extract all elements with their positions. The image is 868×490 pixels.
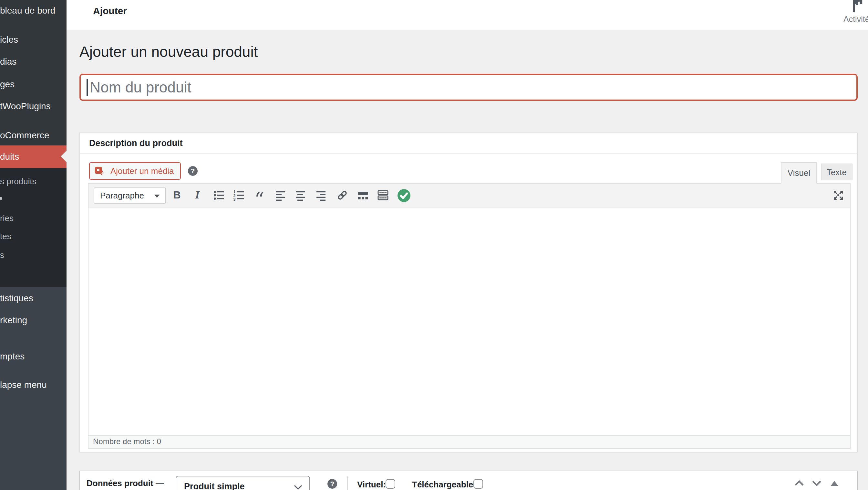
keyboard-icon	[376, 189, 390, 202]
text-cursor	[87, 79, 88, 96]
sidebar-item-collapse-menu[interactable]: lapse menu	[0, 378, 66, 391]
sidebar-item-accounts[interactable]: mptes	[0, 350, 66, 363]
product-data-title: Données produit	[87, 478, 153, 488]
help-icon[interactable]: ?	[188, 166, 197, 176]
tab-text[interactable]: Texte	[821, 164, 852, 180]
product-name-field-wrap	[80, 74, 858, 101]
tab-visual[interactable]: Visuel	[781, 162, 817, 183]
fullscreen-button[interactable]	[831, 188, 846, 203]
spellcheck-button[interactable]	[396, 188, 412, 203]
downloadable-checkbox[interactable]	[473, 479, 483, 488]
media-icon: ♪	[95, 166, 106, 176]
paragraph-format-select[interactable]: Paragraphe	[94, 187, 166, 203]
product-data-panel: Données produit — Produit simple ? Virtu…	[80, 470, 858, 490]
downloadable-label: Téléchargeable:	[412, 479, 476, 489]
submenu-item-add-fragment[interactable]	[0, 197, 2, 200]
align-center-button[interactable]	[292, 188, 308, 203]
sidebar-item-wooplugins[interactable]: tWooPlugins	[0, 99, 66, 113]
submenu-item-tags[interactable]: tes	[0, 230, 66, 243]
bullet-list-button[interactable]	[211, 188, 226, 203]
virtual-label: Virtuel:	[357, 479, 386, 489]
select-chevron-icon	[294, 485, 302, 490]
align-left-button[interactable]	[272, 188, 288, 203]
word-count: Nombre de mots : 0	[93, 437, 161, 446]
page-title: Ajouter un nouveau produit	[80, 43, 258, 61]
bullet-list-icon	[212, 189, 225, 202]
divider	[347, 476, 348, 490]
sidebar-item-pages[interactable]: ges	[0, 78, 66, 90]
admin-sidebar: bleau de bord icles dias ges tWooPlugins…	[0, 0, 66, 490]
read-more-icon	[356, 189, 369, 202]
svg-text:3: 3	[233, 197, 236, 202]
product-type-select[interactable]: Produit simple	[176, 475, 310, 490]
move-down-button[interactable]	[810, 477, 823, 490]
description-panel-title: Description du produit	[80, 133, 857, 154]
triangle-up-icon	[831, 481, 838, 486]
chevron-up-icon	[794, 480, 804, 486]
submenu-item-categories[interactable]: ries	[0, 212, 66, 225]
align-right-icon	[314, 189, 327, 202]
submenu-item-attributes[interactable]: s	[0, 249, 66, 262]
product-type-help-icon[interactable]: ?	[328, 479, 337, 488]
numbered-list-icon: 1 2 3	[232, 189, 245, 202]
align-center-icon	[294, 189, 307, 202]
page: bleau de bord icles dias ges tWooPlugins…	[0, 0, 868, 490]
read-more-tag-button[interactable]	[355, 188, 370, 203]
insert-link-button[interactable]	[334, 188, 350, 203]
editor-content-area[interactable]	[89, 208, 850, 436]
flag-icon	[850, 0, 867, 15]
product-name-input[interactable]	[80, 74, 858, 101]
chevron-down-icon	[154, 194, 159, 198]
product-data-dash: —	[156, 478, 164, 488]
virtual-checkbox[interactable]	[385, 479, 395, 488]
sidebar-item-posts[interactable]: icles	[0, 33, 66, 46]
active-menu-arrow	[61, 151, 66, 162]
bold-button[interactable]: B	[169, 188, 185, 203]
sidebar-item-dashboard[interactable]: bleau de bord	[0, 4, 66, 17]
sidebar-item-statistics[interactable]: tistiques	[0, 292, 66, 305]
add-media-button[interactable]: ♪ Ajouter un média	[89, 162, 181, 180]
content-area: Ajouter Activité Ajouter un nouveau prod…	[66, 0, 868, 490]
classic-editor: Paragraphe B I 1 2	[88, 183, 850, 448]
fullscreen-icon	[832, 189, 845, 202]
italic-button[interactable]: I	[190, 188, 205, 203]
topbar-new-button[interactable]: Ajouter	[93, 5, 127, 16]
add-media-label: Ajouter un média	[111, 166, 174, 176]
sidebar-item-products-label: duits	[0, 151, 19, 162]
move-up-button[interactable]	[793, 477, 805, 490]
paragraph-format-value: Paragraphe	[100, 191, 144, 200]
description-panel-header: Description du produit	[80, 133, 857, 154]
blockquote-button[interactable]: “	[252, 188, 267, 203]
sidebar-item-woocommerce[interactable]: oCommerce	[0, 128, 66, 142]
link-icon	[336, 189, 348, 202]
sidebar-item-media[interactable]: dias	[0, 55, 66, 68]
align-right-button[interactable]	[313, 188, 329, 203]
sidebar-item-products[interactable]: duits	[0, 145, 66, 168]
align-left-icon	[274, 189, 286, 202]
topbar-activity-label: Activité	[843, 15, 868, 24]
editor-status-bar: Nombre de mots : 0	[89, 435, 850, 448]
product-type-value: Produit simple	[184, 481, 245, 490]
sidebar-item-marketing[interactable]: rketing	[0, 314, 66, 326]
admin-topbar: Ajouter Activité	[66, 0, 868, 30]
description-panel: Description du produit ♪ Ajouter un médi…	[80, 133, 858, 453]
editor-toolbar: Paragraphe B I 1 2	[89, 183, 850, 207]
numbered-list-button[interactable]: 1 2 3	[231, 188, 247, 203]
panel-toggle-button[interactable]	[828, 477, 841, 490]
green-check-icon	[397, 189, 411, 202]
submenu-item-all-products[interactable]: s produits	[0, 175, 66, 188]
chevron-down-icon	[811, 480, 821, 486]
toolbar-toggle-button[interactable]	[375, 188, 391, 203]
